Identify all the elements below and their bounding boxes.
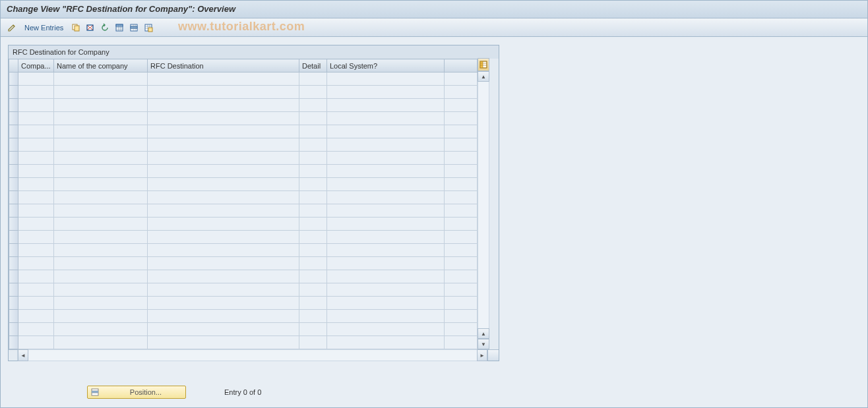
row-selector[interactable] — [9, 270, 18, 283]
cell[interactable] — [18, 86, 54, 99]
select-block-icon[interactable] — [127, 21, 140, 34]
cell[interactable] — [148, 73, 299, 86]
row-selector[interactable] — [9, 112, 18, 125]
table-row[interactable] — [9, 297, 478, 310]
cell[interactable] — [299, 244, 327, 257]
cell[interactable] — [18, 191, 54, 204]
cell[interactable] — [299, 99, 327, 112]
cell[interactable] — [18, 73, 54, 86]
row-selector[interactable] — [9, 99, 18, 112]
cell[interactable] — [148, 112, 299, 125]
cell[interactable] — [327, 310, 445, 323]
row-selector[interactable] — [9, 191, 18, 204]
col-header-local[interactable]: Local System? — [327, 59, 445, 73]
select-all-icon[interactable] — [113, 21, 126, 34]
cell[interactable] — [299, 270, 327, 283]
cell[interactable] — [148, 231, 299, 244]
cell[interactable] — [445, 99, 478, 112]
cell[interactable] — [54, 112, 148, 125]
cell[interactable] — [18, 257, 54, 270]
table-row[interactable] — [9, 244, 478, 257]
cell[interactable] — [148, 138, 299, 152]
cell[interactable] — [327, 165, 445, 178]
cell[interactable] — [54, 310, 148, 323]
table-row[interactable] — [9, 73, 478, 86]
cell[interactable] — [299, 112, 327, 125]
cell[interactable] — [148, 336, 299, 349]
table-row[interactable] — [9, 283, 478, 297]
cell[interactable] — [299, 73, 327, 86]
scroll-left-icon[interactable]: ◄ — [18, 349, 28, 361]
cell[interactable] — [327, 125, 445, 138]
table-settings-icon[interactable] — [478, 58, 489, 71]
table-row[interactable] — [9, 231, 478, 244]
cell[interactable] — [299, 218, 327, 231]
table-row[interactable] — [9, 86, 478, 99]
cell[interactable] — [299, 323, 327, 336]
table-row[interactable] — [9, 112, 478, 125]
cell[interactable] — [445, 323, 478, 336]
cell[interactable] — [299, 178, 327, 191]
row-selector[interactable] — [9, 86, 18, 99]
cell[interactable] — [148, 218, 299, 231]
cell[interactable] — [327, 191, 445, 204]
cell[interactable] — [327, 283, 445, 297]
table-row[interactable] — [9, 138, 478, 152]
cell[interactable] — [18, 310, 54, 323]
cell[interactable] — [54, 99, 148, 112]
new-entries-button[interactable]: New Entries — [20, 21, 68, 34]
cell[interactable] — [445, 310, 478, 323]
cell[interactable] — [299, 191, 327, 204]
scroll-down2-icon[interactable]: ▼ — [478, 339, 489, 349]
table-row[interactable] — [9, 125, 478, 138]
cell[interactable] — [54, 270, 148, 283]
cell[interactable] — [18, 244, 54, 257]
cell[interactable] — [327, 297, 445, 310]
scroll-right-icon[interactable]: ► — [477, 349, 487, 361]
col-header-rfc[interactable]: RFC Destination — [148, 59, 299, 73]
cell[interactable] — [299, 336, 327, 349]
row-selector-header[interactable] — [9, 59, 18, 73]
cell[interactable] — [18, 231, 54, 244]
cell[interactable] — [299, 86, 327, 99]
cell[interactable] — [54, 152, 148, 165]
row-selector[interactable] — [9, 336, 18, 349]
cell[interactable] — [327, 323, 445, 336]
cell[interactable] — [327, 218, 445, 231]
cell[interactable] — [148, 257, 299, 270]
undo-change-icon[interactable] — [98, 21, 111, 34]
cell[interactable] — [148, 125, 299, 138]
cell[interactable] — [148, 270, 299, 283]
cell[interactable] — [54, 165, 148, 178]
cell[interactable] — [54, 231, 148, 244]
cell[interactable] — [327, 178, 445, 191]
cell[interactable] — [18, 125, 54, 138]
cell[interactable] — [148, 99, 299, 112]
row-selector[interactable] — [9, 257, 18, 270]
cell[interactable] — [54, 244, 148, 257]
cell[interactable] — [18, 152, 54, 165]
cell[interactable] — [148, 323, 299, 336]
cell[interactable] — [148, 191, 299, 204]
table-row[interactable] — [9, 99, 478, 112]
cell[interactable] — [54, 86, 148, 99]
cell[interactable] — [18, 138, 54, 152]
cell[interactable] — [327, 73, 445, 86]
deselect-all-icon[interactable] — [142, 21, 155, 34]
table-row[interactable] — [9, 323, 478, 336]
cell[interactable] — [18, 270, 54, 283]
cell[interactable] — [445, 297, 478, 310]
cell[interactable] — [445, 204, 478, 218]
row-selector[interactable] — [9, 138, 18, 152]
cell[interactable] — [148, 178, 299, 191]
cell[interactable] — [54, 257, 148, 270]
row-selector[interactable] — [9, 73, 18, 86]
cell[interactable] — [445, 86, 478, 99]
cell[interactable] — [299, 283, 327, 297]
cell[interactable] — [445, 152, 478, 165]
cell[interactable] — [299, 125, 327, 138]
cell[interactable] — [18, 297, 54, 310]
cell[interactable] — [54, 178, 148, 191]
cell[interactable] — [445, 165, 478, 178]
cell[interactable] — [327, 204, 445, 218]
